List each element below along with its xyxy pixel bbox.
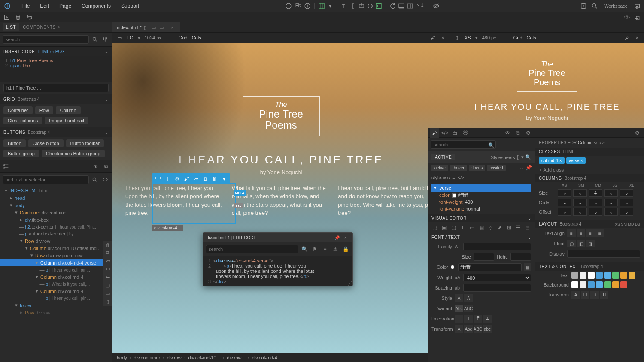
- terminal-icon[interactable]: [375, 3, 382, 9]
- tree-item[interactable]: ▸head: [0, 194, 112, 202]
- menu-components[interactable]: Components: [76, 3, 116, 9]
- chevron-down-icon[interactable]: ⌄: [104, 129, 109, 135]
- tree-file-header[interactable]: ▾ INDEX.HTML html: [0, 187, 112, 194]
- popup-header[interactable]: div.col-md-4 | EDIT CODE 📌 ×: [203, 233, 352, 242]
- insert-code-editor[interactable]: 1h1 Pine Tree Poems 2 span The: [0, 56, 112, 82]
- tree-item[interactable]: ▸div.title-box: [0, 216, 112, 223]
- offset-lg[interactable]: ⌄: [604, 208, 618, 216]
- tree-item[interactable]: ▾Row div.row: [0, 237, 112, 244]
- pseudo-hover[interactable]: :hover: [450, 165, 467, 171]
- trash-icon[interactable]: 🗑: [103, 241, 112, 249]
- size-sm[interactable]: ⌄: [573, 189, 587, 197]
- tree-item[interactable]: —p.author.text-center | by: [0, 230, 112, 237]
- tree-item[interactable]: —p | I hear you call, pin...: [0, 295, 112, 302]
- grid-dropdown-icon[interactable]: ▾: [327, 3, 334, 9]
- order-xs[interactable]: ⌄: [558, 199, 571, 206]
- brush-icon[interactable]: 🖌: [623, 34, 630, 41]
- tab-components[interactable]: COMPONENTS ×: [19, 23, 64, 31]
- align-right[interactable]: ≡: [586, 229, 595, 237]
- chip-button-group[interactable]: Button group: [3, 150, 39, 157]
- font-size-input[interactable]: [474, 253, 494, 261]
- transform-uppercase[interactable]: ABC: [474, 325, 482, 333]
- tree-item[interactable]: ▾Column div.col-md-4: [0, 287, 112, 295]
- bg-icon[interactable]: ▦: [477, 224, 486, 232]
- close-icon[interactable]: ×: [57, 25, 61, 30]
- pseudo-focus[interactable]: :focus: [469, 165, 486, 171]
- link-icon[interactable]: ⚯: [103, 257, 112, 265]
- color-swatch[interactable]: [596, 281, 603, 288]
- align-center[interactable]: ≡: [577, 229, 585, 237]
- offset-xs[interactable]: ⌄: [558, 208, 571, 216]
- padding-icon[interactable]: ▣: [440, 224, 449, 232]
- order-sm[interactable]: ⌄: [573, 199, 587, 206]
- margin-icon[interactable]: ⬚: [431, 224, 439, 232]
- chevron-down-icon[interactable]: ▾: [221, 175, 228, 182]
- tree-view-icon[interactable]: [3, 163, 9, 170]
- chevron-down-icon[interactable]: ⌄: [528, 235, 532, 240]
- device-icon[interactable]: ▭: [116, 34, 123, 41]
- chevron-down-icon[interactable]: ⌄: [104, 48, 109, 54]
- flex-icon[interactable]: ⊞: [505, 224, 513, 232]
- warning-icon[interactable]: ⚠: [331, 245, 340, 253]
- pin-icon[interactable]: 📌: [334, 234, 340, 241]
- eye-icon[interactable]: [623, 14, 630, 21]
- undo-icon[interactable]: [26, 14, 33, 21]
- lock-icon[interactable]: 🔒: [341, 245, 350, 253]
- css-decl[interactable]: font-weight: 400: [431, 199, 531, 205]
- text-transform-cap[interactable]: Tt: [590, 291, 599, 299]
- grid-toggle[interactable]: Grid: [513, 35, 522, 40]
- tree-item[interactable]: —h2.text-center | I hear you call, Pin..…: [0, 223, 112, 230]
- print-icon[interactable]: [15, 14, 21, 21]
- add-tab-icon[interactable]: +: [106, 24, 109, 30]
- drag-handle-icon[interactable]: ⋮⋮: [155, 175, 161, 182]
- offset-xl[interactable]: ⌄: [620, 208, 633, 216]
- chevron-down-icon[interactable]: ⌄: [519, 165, 524, 171]
- device-mobile-icon[interactable]: ▯: [144, 25, 149, 30]
- tree-item[interactable]: ▾Container div.container: [0, 209, 112, 216]
- css-search-input[interactable]: [431, 140, 496, 149]
- color-swatch[interactable]: [604, 281, 611, 288]
- filter-icon[interactable]: [101, 35, 109, 44]
- color-swatch[interactable]: [580, 281, 586, 288]
- font-color-input[interactable]: [458, 263, 522, 271]
- popup-code-editor[interactable]: 1<div class="col-md-4 verse"> 2<p>I hear…: [203, 256, 352, 286]
- panels-icon[interactable]: [407, 3, 413, 9]
- chip-clear-columns[interactable]: Clear columns: [3, 117, 42, 124]
- chip-image-thumbnail[interactable]: Image thumbnail: [45, 117, 88, 124]
- style-normal[interactable]: A: [455, 294, 463, 302]
- device-icon[interactable]: [398, 3, 405, 9]
- transform-icon[interactable]: ◇: [486, 224, 495, 232]
- code-toggle-icon[interactable]: [101, 175, 109, 184]
- grid-icon[interactable]: ⊟: [523, 224, 532, 232]
- settings-icon[interactable]: ⚙: [523, 128, 533, 138]
- color-swatch[interactable]: [596, 272, 603, 279]
- file-tab[interactable]: index.html * ▯ ▭ ▭ ×: [112, 22, 180, 32]
- device-desktop-icon[interactable]: ▭: [159, 25, 164, 30]
- tree-item[interactable]: ▾Column div.col-md-4.verse: [0, 259, 112, 266]
- color-picker-icon[interactable]: ▦: [524, 263, 531, 271]
- menu-file[interactable]: File: [16, 3, 35, 9]
- canvas-lg-viewport[interactable]: The Pine Tree Poems I HEAR YOU CALL, PIN…: [112, 43, 450, 362]
- color-swatch[interactable]: [571, 272, 578, 279]
- align-left[interactable]: ≡: [567, 229, 576, 237]
- float-right[interactable]: ◨: [586, 240, 595, 247]
- float-none[interactable]: ▢: [567, 240, 576, 247]
- breadcrumb-segment[interactable]: div.row...: [227, 355, 246, 360]
- order-md[interactable]: ⌄: [589, 199, 602, 206]
- variant-normal[interactable]: Abc: [455, 305, 463, 312]
- resize-handle-icon[interactable]: ⋰: [347, 281, 352, 285]
- position-icon[interactable]: ⬈: [495, 224, 504, 232]
- color-swatch[interactable]: [604, 272, 611, 279]
- zoom-fit[interactable]: Fit: [294, 3, 302, 9]
- transform-lowercase[interactable]: abc: [483, 325, 492, 333]
- color-swatch[interactable]: [612, 281, 619, 288]
- move-end-icon[interactable]: ↦: [103, 273, 112, 281]
- style-italic[interactable]: A: [464, 294, 473, 302]
- tree-item[interactable]: ▾footer: [0, 302, 112, 309]
- order-lg[interactable]: ⌄: [604, 199, 618, 206]
- edit-text-icon[interactable]: T: [164, 175, 171, 182]
- trash-icon[interactable]: 🗑: [211, 175, 218, 182]
- brush-icon[interactable]: 🖌: [430, 128, 439, 138]
- chip-button[interactable]: Button: [3, 139, 26, 147]
- chip-column[interactable]: Column: [56, 106, 81, 114]
